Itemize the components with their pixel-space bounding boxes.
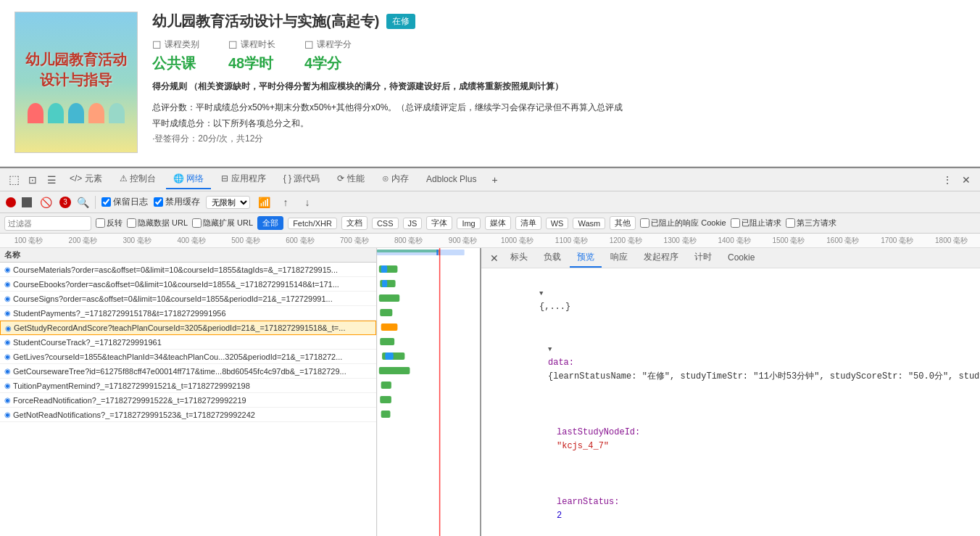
filter-fetch-xhr[interactable]: Fetch/XHR	[288, 218, 337, 229]
request-row-2[interactable]: ◉ CourseSigns?order=asc&offset=0&limit=1…	[0, 292, 376, 306]
column-name: 名称	[4, 250, 372, 260]
download-icon[interactable]: ↓	[299, 194, 315, 210]
request-row-9[interactable]: ◉ ForceReadNotification?_=17182729991522…	[0, 393, 376, 408]
tl-800: 800 毫秒	[381, 236, 436, 246]
detail-tab-response[interactable]: 响应	[603, 248, 635, 268]
filter-js[interactable]: JS	[403, 218, 423, 229]
blocked-req-checkbox[interactable]: 已阻止请求	[731, 218, 781, 228]
error-badge: 3	[59, 197, 71, 208]
inspect-icon[interactable]: ⬚	[6, 172, 22, 188]
search-button[interactable]: 🔍	[77, 197, 89, 208]
third-party-checkbox[interactable]: 第三方请求	[786, 218, 836, 228]
expand-data[interactable]	[548, 342, 557, 356]
tab-network[interactable]: 🌐 网络	[166, 170, 211, 189]
req-indicator-9: ◉	[4, 396, 13, 404]
request-row-5[interactable]: ◉ StudentCourseTrack?_=17182729991961	[0, 335, 376, 350]
meta-type: ☐ 课程类别 公共课	[152, 38, 199, 73]
request-row-10[interactable]: ◉ GetNotReadNotifications?_=171827299915…	[0, 408, 376, 422]
meta-duration-value: 48学时	[228, 54, 275, 73]
tab-application[interactable]: ⊟ 应用程序	[214, 170, 273, 189]
upload-icon[interactable]: ↑	[278, 194, 294, 210]
filter-wasm[interactable]: Wasm	[573, 218, 605, 229]
svg-rect-4	[382, 280, 387, 287]
request-row-6[interactable]: ◉ GetLives?courseId=1855&teachPlanId=34&…	[0, 350, 376, 364]
filter-doc[interactable]: 文档	[341, 216, 368, 230]
detail-tab-payload[interactable]: 负载	[536, 248, 568, 268]
tl-200: 200 毫秒	[56, 236, 110, 246]
filter-all[interactable]: 全部	[257, 216, 283, 230]
detail-tab-cookie[interactable]: Cookie	[721, 250, 762, 267]
console-icon[interactable]: ☰	[43, 172, 59, 188]
tab-performance[interactable]: ⟳ 性能	[330, 170, 371, 189]
detail-right: ✕ 标头 负载 预览 响应 发起程序 计时 Cookie {,...} data…	[480, 248, 980, 536]
svg-rect-8	[380, 338, 394, 345]
tab-memory[interactable]: ⊙ 内存	[375, 170, 416, 189]
tl-1100: 1100 毫秒	[544, 236, 599, 246]
request-row-4[interactable]: ◉ GetStudyRecordAndScore?teachPlanCourse…	[0, 321, 376, 335]
device-icon[interactable]: ⊡	[25, 172, 41, 188]
req-name-9: ForceReadNotification?_=17182729991522&_…	[13, 396, 372, 405]
filter-ws[interactable]: WS	[546, 218, 569, 229]
request-row-8[interactable]: ◉ TuitionPaymentRemind?_=17182729991521&…	[0, 379, 376, 393]
svg-rect-14	[381, 411, 391, 418]
close-devtools-icon[interactable]: ✕	[958, 172, 974, 188]
req-name-0: CourseMaterials?order=asc&offset=0&limit…	[13, 265, 372, 274]
disable-cache-checkbox[interactable]: 禁用缓存	[154, 196, 200, 208]
tab-console[interactable]: ⚠ 控制台	[112, 170, 163, 189]
network-body: 名称 ◉ CourseMaterials?order=asc&offset=0&…	[0, 248, 980, 536]
invert-checkbox[interactable]: 反转	[96, 218, 122, 228]
filter-font[interactable]: 字体	[426, 216, 452, 230]
tl-100: 100 毫秒	[1, 236, 56, 246]
record-button[interactable]	[6, 197, 16, 207]
clear-button[interactable]: 🚫	[38, 194, 54, 210]
blocked-cookie-checkbox[interactable]: 已阻止的响应 Cookie	[640, 218, 726, 228]
filter-clear[interactable]: 清单	[515, 216, 541, 230]
waterfall-svg	[377, 248, 480, 536]
score-rule: 得分规则 （相关资源缺时，平时分得分暂为相应模块的满分，待资源建设好后，成绩将重…	[152, 81, 966, 93]
add-tab-btn[interactable]: +	[486, 172, 502, 188]
req-name-4: GetStudyRecordAndScore?teachPlanCourseId…	[14, 323, 371, 332]
detail-tab-timing[interactable]: 计时	[687, 248, 719, 268]
meta-duration: ☐ 课程时长 48学时	[228, 38, 275, 73]
filter-input[interactable]	[4, 216, 91, 231]
filter-other[interactable]: 其他	[610, 216, 636, 230]
tl-1200: 1200 毫秒	[599, 236, 653, 246]
json-data-row: data: {learnStatusName: "在修", studyTimeS…	[487, 329, 974, 398]
detail-close-btn[interactable]: ✕	[487, 251, 502, 265]
throttle-select[interactable]: 无限制	[206, 196, 250, 209]
stop-button[interactable]	[22, 197, 32, 207]
course-image: 幼儿园教育活动设计与指导	[14, 12, 138, 153]
filter-img[interactable]: Img	[457, 218, 480, 229]
detail-tab-initiator[interactable]: 发起程序	[636, 248, 686, 268]
expand-root[interactable]	[539, 286, 548, 300]
detail-tab-preview[interactable]: 预览	[570, 248, 602, 268]
tl-1700: 1700 毫秒	[870, 236, 924, 246]
tab-elements[interactable]: </> 元素	[62, 170, 109, 189]
req-name-6: GetLives?courseId=1855&teachPlanId=34&te…	[13, 352, 372, 361]
hide-data-url-checkbox[interactable]: 隐藏数据 URL	[127, 218, 188, 228]
left-panel: 名称 ◉ CourseMaterials?order=asc&offset=0&…	[0, 248, 377, 536]
filter-css[interactable]: CSS	[372, 218, 399, 229]
request-row-0[interactable]: ◉ CourseMaterials?order=asc&offset=0&lim…	[0, 263, 376, 277]
waterfall-area	[377, 248, 480, 536]
detail-tab-header[interactable]: 标头	[503, 248, 535, 268]
svg-rect-13	[380, 396, 391, 403]
request-row-7[interactable]: ◉ GetCoursewareTree?id=61275f88cff47e000…	[0, 364, 376, 379]
course-title: 幼儿园教育活动设计与实施(高起专)	[152, 12, 379, 31]
tab-sources[interactable]: { } 源代码	[276, 170, 328, 189]
devtools-toolbar2: 🚫 3 🔍 保留日志 禁用缓存 无限制 📶 ↑ ↓	[0, 191, 980, 213]
preserve-log-checkbox[interactable]: 保留日志	[101, 196, 148, 208]
req-name-8: TuitionPaymentRemind?_=17182729991521&_t…	[13, 382, 372, 390]
meta-type-value: 公共课	[152, 54, 199, 73]
meta-credit: ☐ 课程学分 4学分	[304, 38, 352, 73]
tl-700: 700 毫秒	[327, 236, 381, 246]
tab-adblock[interactable]: Adblock Plus	[419, 171, 483, 189]
devtools-filter: 反转 隐藏数据 URL 隐藏扩展 URL 全部 Fetch/XHR 文档 CSS…	[0, 213, 980, 234]
req-name-1: CourseEbooks?order=asc&offset=0&limit=10…	[13, 280, 372, 289]
request-row-1[interactable]: ◉ CourseEbooks?order=asc&offset=0&limit=…	[0, 277, 376, 292]
devtools-tabbar: ⬚ ⊡ ☰ </> 元素 ⚠ 控制台 🌐 网络 ⊟ 应用程序 { } 源代码 ⟳…	[0, 168, 980, 191]
request-row-3[interactable]: ◉ StudentPayments?_=17182729915178&t=171…	[0, 306, 376, 321]
more-options-icon[interactable]: ⋮	[939, 172, 955, 188]
hide-ext-url-checkbox[interactable]: 隐藏扩展 URL	[192, 218, 253, 228]
filter-media[interactable]: 媒体	[485, 216, 511, 230]
